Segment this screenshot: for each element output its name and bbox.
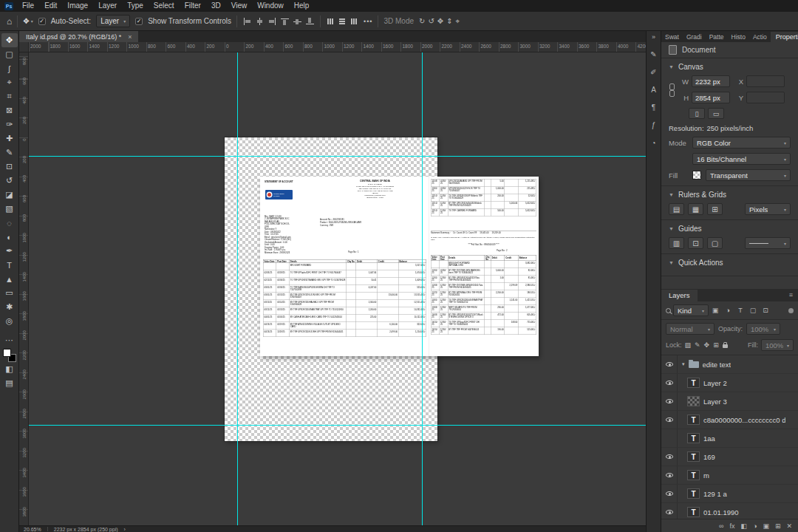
current-tool-preset[interactable]: ✥ ▾ [23,17,33,25]
blend-mode-dropdown[interactable]: Normal ▾ [666,323,715,335]
type-tool[interactable]: T [1,258,18,272]
object-selection-tool[interactable]: ⌖ [1,75,18,89]
link-layers-icon[interactable]: ∞ [719,522,723,530]
filter-pixel-layers-icon[interactable]: ▣ [711,307,720,314]
vertical-guide[interactable] [237,52,238,525]
3d-slide-icon[interactable]: ⇕ [446,17,452,25]
frame-tool[interactable]: ⊠ [1,103,18,117]
guides-title[interactable]: ▼ Guides [669,225,791,233]
show-transform-checkbox[interactable]: ✓ [135,18,143,25]
eye-icon[interactable] [666,454,673,459]
marquee-tool[interactable]: ▢ [1,47,18,61]
panel-tab-gradi[interactable]: Gradi [683,32,706,42]
filter-kind-dropdown[interactable]: Kind ▾ [673,304,709,316]
quick-mask-icon[interactable]: ◧ [1,362,18,376]
visibility-cell[interactable] [661,374,678,392]
visibility-cell[interactable] [661,392,678,410]
new-layer-icon[interactable]: ⊞ [775,522,781,530]
layer-row[interactable]: Tc8a0000000...cccccccc0 d [661,411,798,429]
panel-tab-patte[interactable]: Patte [706,32,728,42]
brush-settings-panel-icon[interactable]: ✎ [650,50,656,58]
canvas-viewport[interactable]: STATEMENT OF ACCOUNT Central Bankof Indi… [29,52,646,525]
blur-tool[interactable]: ◌ [1,216,18,230]
lock-all-icon[interactable] [723,344,728,348]
layer-mask-icon[interactable]: ◧ [740,522,747,530]
filter-adjustment-layers-icon[interactable]: ◑ [723,307,732,314]
history-panel-icon[interactable]: ◔ [651,139,655,147]
menu-view[interactable]: View [226,0,253,12]
home-icon[interactable]: ⌂ [7,16,12,27]
path-selection-tool[interactable]: ▲ [1,272,18,286]
close-icon[interactable]: × [128,33,132,41]
layer-row[interactable]: Layer 3 [661,392,798,411]
horizontal-guide[interactable] [29,425,646,426]
visibility-cell[interactable] [661,466,678,484]
x-field[interactable] [746,75,785,87]
menu-image[interactable]: Image [62,0,93,12]
quick-actions-title[interactable]: ▼ Quick Actions [669,259,791,267]
layer-group-icon[interactable]: ▣ [763,522,769,530]
layer-row[interactable]: T1aa [661,429,798,448]
panel-tab-properties[interactable]: Properties [771,32,798,42]
zoom-tool[interactable]: ◎ [1,314,18,328]
eraser-tool[interactable]: ◪ [1,188,18,202]
panel-menu-icon[interactable]: ≡ [789,289,793,301]
rulers-grids-title[interactable]: ▼ Rulers & Grids [669,191,791,199]
layer-row[interactable]: ▾edite text [661,355,798,374]
portrait-orientation-icon[interactable]: ▯ [689,108,705,119]
adjustment-layer-icon[interactable]: ◑ [753,522,757,530]
guide-style-dropdown[interactable]: ▾ [745,237,791,249]
visibility-cell[interactable] [661,503,678,519]
auto-select-checkbox[interactable]: ✓ [38,18,46,25]
grid-toggle-icon[interactable]: ▦ [688,203,703,215]
distribute-vertical-icon[interactable] [338,17,347,26]
align-top-edges-icon[interactable] [280,17,290,26]
lock-position-icon[interactable]: ✥ [704,341,710,349]
dodge-tool[interactable]: ◐ [1,230,18,244]
panel-tab-histo[interactable]: Histo [728,32,749,42]
document-tab[interactable]: Italy id.psd @ 20.7% (RGB/16) * × [19,31,138,42]
menu-file[interactable]: File [17,0,39,12]
align-horizontal-centers-icon[interactable] [255,17,265,26]
gradient-tool[interactable]: ▧ [1,202,18,216]
visibility-cell[interactable] [661,429,678,447]
align-right-edges-icon[interactable] [267,17,277,26]
lasso-tool[interactable]: ʃ [1,61,18,75]
y-field[interactable] [746,92,785,103]
3d-roll-icon[interactable]: ↺ [428,17,434,25]
menu-type[interactable]: Type [122,0,149,12]
zoom-level[interactable]: 20.65% [24,527,41,532]
healing-brush-tool[interactable]: ✚ [1,132,18,146]
fill-dropdown[interactable]: 100% ▾ [761,339,794,351]
foreground-color-swatch[interactable] [3,349,11,357]
crop-tool[interactable]: ⌗ [1,89,18,103]
horizontal-ruler[interactable]: 2000180016001400120010008006004002000200… [29,42,646,52]
eye-icon[interactable] [666,473,673,477]
link-dimensions-icon[interactable] [669,83,675,96]
align-bottom-edges-icon[interactable] [305,17,315,26]
menu-3d[interactable]: 3D [206,0,226,12]
lock-artboard-icon[interactable]: ⊞ [713,341,719,349]
pen-tool[interactable]: ✒ [1,244,18,258]
lock-pixels-icon[interactable]: ✎ [695,341,700,349]
distribute-horizontal-icon[interactable] [326,17,335,26]
edit-toolbar-icon[interactable]: ⋯ [1,333,18,347]
menu-select[interactable]: Select [149,0,180,12]
hand-tool[interactable]: ✱ [1,300,18,314]
align-vertical-centers-icon[interactable] [293,17,302,26]
screen-mode-icon[interactable]: ▤ [1,376,18,390]
delete-layer-icon[interactable]: ✕ [786,522,792,530]
snap-toggle-icon[interactable]: ⊞ [707,203,723,215]
filter-smart-objects-icon[interactable]: ⊡ [761,307,770,314]
menu-help[interactable]: Help [289,0,315,12]
more-options-icon[interactable]: ••• [364,18,372,25]
menu-edit[interactable]: Edit [39,0,62,12]
shape-tool[interactable]: ▭ [1,286,18,300]
clear-guides-icon[interactable]: ▢ [707,237,723,249]
character-panel-icon[interactable]: A [651,86,656,94]
filter-toggle-icon[interactable] [788,308,794,313]
history-brush-tool[interactable]: ↺ [1,174,18,188]
clone-stamp-tool[interactable]: ⊡ [1,160,18,174]
ruler-toggle-icon[interactable]: ▤ [669,203,684,215]
bit-depth-dropdown[interactable]: 16 Bits/Channel ▾ [692,153,791,165]
